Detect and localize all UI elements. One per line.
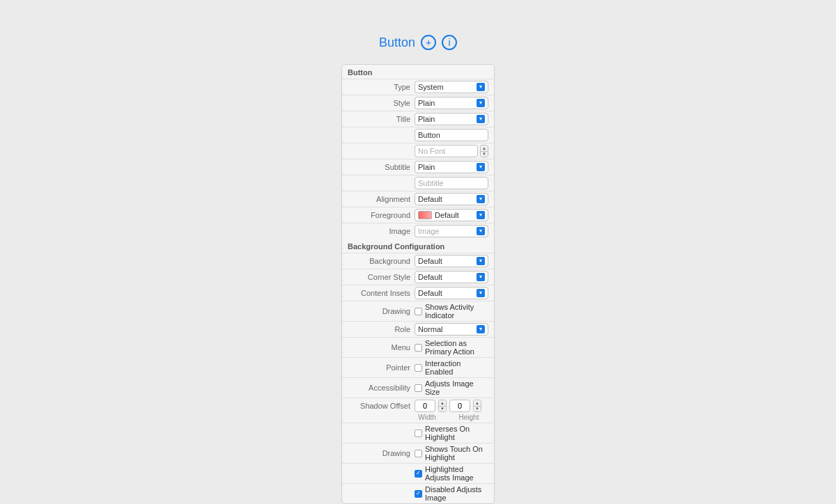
properties-panel: Button Type System Style Plain Title Pla…	[341, 64, 495, 504]
pointer-row: Pointer Interaction Enabled	[342, 357, 494, 377]
shadow-width-input[interactable]	[415, 400, 435, 412]
corner-style-arrow-icon	[477, 273, 485, 281]
pointer-label: Pointer	[348, 363, 410, 372]
image-value: Image	[418, 227, 475, 235]
title-text-input[interactable]: Button	[415, 129, 488, 141]
menu-row: Menu Selection as Primary Action	[342, 337, 494, 357]
type-value: System	[418, 83, 475, 91]
subtitle-dropdown[interactable]: Plain	[415, 161, 488, 173]
highlighted-adjusts-value: Highlighted Adjusts Image	[425, 465, 488, 482]
background-arrow-icon	[477, 257, 485, 265]
accessibility-label: Accessibility	[348, 384, 410, 392]
content-insets-arrow-icon	[477, 289, 485, 297]
background-label: Background	[348, 257, 410, 265]
subtitle-row: Subtitle Plain	[342, 159, 494, 175]
menu-checkbox[interactable]	[415, 344, 422, 352]
alignment-arrow-icon	[477, 195, 485, 203]
add-button[interactable]: +	[421, 35, 436, 50]
reverses-value: Reverses On Highlight	[425, 425, 488, 441]
title-dropdown[interactable]: Plain	[415, 113, 488, 125]
header-title: Button	[379, 36, 415, 50]
background-value: Default	[418, 257, 475, 265]
touch-highlight-value: Shows Touch On Highlight	[425, 445, 488, 462]
reverses-row: Reverses On Highlight	[342, 423, 494, 443]
shadow-width-down-icon[interactable]: ▼	[439, 407, 446, 412]
pointer-value: Interaction Enabled	[425, 359, 488, 376]
subtitle-arrow-icon	[477, 163, 485, 171]
drawing-activity-label: Drawing	[348, 307, 410, 315]
title-row: Title Plain	[342, 111, 494, 127]
activity-indicator-label: Shows Activity Indicator	[425, 303, 488, 320]
title-value: Plain	[418, 115, 475, 123]
image-row: Image Image	[342, 223, 494, 239]
font-stepper[interactable]: ▲ ▼	[480, 145, 488, 157]
touch-highlight-checkbox[interactable]	[415, 450, 422, 457]
foreground-dropdown[interactable]: Default	[415, 209, 488, 221]
type-dropdown[interactable]: System	[415, 81, 488, 93]
disabled-adjusts-value: Disabled Adjusts Image	[425, 485, 488, 502]
subtitle-text-input[interactable]: Subtitle	[415, 177, 488, 189]
shadow-height-stepper[interactable]: ▲ ▼	[473, 400, 481, 412]
title-arrow-icon	[477, 115, 485, 123]
drawing-touch-label: Drawing	[348, 449, 410, 457]
shadow-height-down-icon[interactable]: ▼	[474, 407, 481, 412]
foreground-row: Foreground Default	[342, 207, 494, 223]
height-sublabel: Height	[454, 414, 484, 421]
wh-labels-row: Width Height	[342, 414, 494, 423]
accessibility-checkbox[interactable]	[415, 384, 422, 392]
highlighted-adjusts-row: Highlighted Adjusts Image	[342, 463, 494, 483]
font-stepper-down-icon[interactable]: ▼	[481, 152, 488, 157]
highlighted-adjusts-checkbox[interactable]	[415, 470, 422, 478]
alignment-value: Default	[418, 195, 475, 203]
content-insets-dropdown[interactable]: Default	[415, 287, 488, 299]
foreground-value: Default	[435, 211, 475, 219]
image-arrow-icon	[477, 227, 485, 235]
type-arrow-icon	[477, 83, 485, 91]
panel-header: Button + i	[379, 35, 457, 50]
reverses-checkbox[interactable]	[415, 430, 422, 437]
font-input[interactable]: No Font	[415, 145, 478, 157]
accessibility-value: Adjusts Image Size	[425, 379, 488, 396]
shadow-height-input[interactable]	[449, 400, 470, 412]
background-section-header: Background Configuration	[342, 239, 494, 253]
subtitle-value: Plain	[418, 163, 475, 171]
info-button[interactable]: i	[442, 35, 457, 50]
activity-indicator-checkbox[interactable]	[415, 308, 422, 315]
font-value: No Font	[418, 147, 445, 155]
shadow-width-up-icon[interactable]: ▲	[439, 400, 446, 407]
width-sublabel: Width	[412, 414, 442, 421]
role-dropdown[interactable]: Normal	[415, 323, 488, 336]
style-label: Style	[348, 99, 410, 107]
type-label: Type	[348, 83, 410, 91]
button-section-header: Button	[342, 65, 494, 79]
foreground-arrow-icon	[477, 211, 485, 219]
disabled-adjusts-checkbox[interactable]	[415, 490, 422, 498]
title-text-value: Button	[418, 131, 440, 139]
subtitle-text-value: Subtitle	[418, 179, 444, 187]
content-insets-label: Content Insets	[348, 289, 410, 297]
font-row: No Font ▲ ▼	[342, 143, 494, 159]
image-dropdown[interactable]: Image	[415, 225, 488, 237]
foreground-label: Foreground	[348, 211, 410, 219]
shadow-offset-row: Shadow Offset ▲ ▼ ▲ ▼	[342, 397, 494, 414]
content-insets-row: Content Insets Default	[342, 285, 494, 301]
style-dropdown[interactable]: Plain	[415, 97, 488, 109]
title-text-row: Button	[342, 127, 494, 143]
content-insets-value: Default	[418, 289, 475, 297]
shadow-offset-label: Shadow Offset	[348, 402, 410, 410]
accessibility-row: Accessibility Adjusts Image Size	[342, 377, 494, 397]
corner-style-dropdown[interactable]: Default	[415, 271, 488, 283]
shadow-height-up-icon[interactable]: ▲	[474, 400, 481, 407]
background-dropdown[interactable]: Default	[415, 255, 488, 267]
shadow-width-stepper[interactable]: ▲ ▼	[438, 400, 447, 412]
pointer-checkbox[interactable]	[415, 364, 422, 372]
disabled-adjusts-row: Disabled Adjusts Image	[342, 483, 494, 503]
menu-label: Menu	[348, 343, 410, 352]
font-stepper-up-icon[interactable]: ▲	[481, 145, 488, 152]
style-arrow-icon	[477, 99, 485, 107]
role-value: Normal	[418, 325, 475, 333]
corner-style-row: Corner Style Default	[342, 269, 494, 285]
alignment-dropdown[interactable]: Default	[415, 193, 488, 205]
drawing-touch-row: Drawing Shows Touch On Highlight	[342, 443, 494, 463]
corner-style-value: Default	[418, 273, 475, 281]
